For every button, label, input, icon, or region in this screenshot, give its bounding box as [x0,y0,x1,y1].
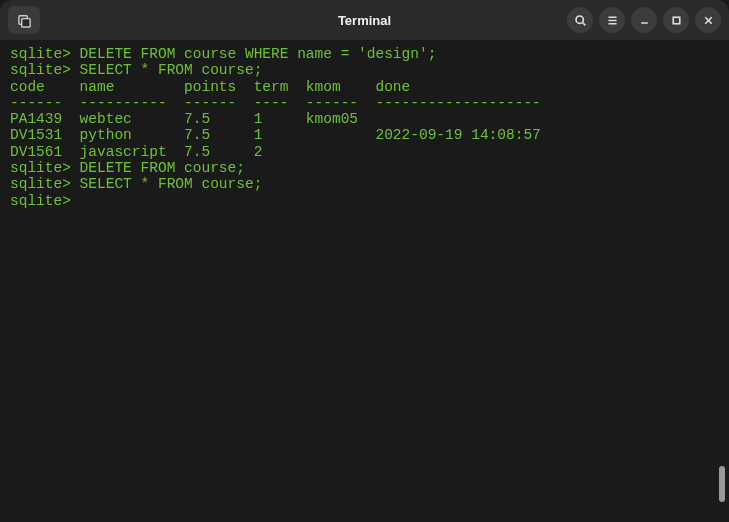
titlebar-right [567,7,721,33]
terminal-line: sqlite> SELECT * FROM course; [10,62,262,78]
svg-line-3 [582,22,585,25]
terminal-line: sqlite> [10,193,80,209]
minimize-icon [638,14,651,27]
scrollbar-thumb[interactable] [719,466,725,502]
terminal-line: code name points term kmom done [10,79,410,95]
titlebar: Terminal [0,0,729,40]
terminal-line: PA1439 webtec 7.5 1 kmom05 [10,111,358,127]
terminal-line: sqlite> DELETE FROM course WHERE name = … [10,46,436,62]
terminal-output[interactable]: sqlite> DELETE FROM course WHERE name = … [0,40,729,215]
close-button[interactable] [695,7,721,33]
maximize-icon [670,14,683,27]
search-button[interactable] [567,7,593,33]
close-icon [702,14,715,27]
maximize-button[interactable] [663,7,689,33]
new-tab-icon [17,13,32,28]
new-tab-button[interactable] [8,6,40,34]
terminal-line: DV1531 python 7.5 1 2022-09-19 14:08:57 [10,127,541,143]
terminal-line: DV1561 javascript 7.5 2 [10,144,262,160]
terminal-line: sqlite> DELETE FROM course; [10,160,245,176]
hamburger-icon [606,14,619,27]
menu-button[interactable] [599,7,625,33]
svg-rect-1 [21,18,29,26]
search-icon [574,14,587,27]
terminal-line: ------ ---------- ------ ---- ------ ---… [10,95,541,111]
svg-point-2 [576,16,583,23]
minimize-button[interactable] [631,7,657,33]
terminal-line: sqlite> SELECT * FROM course; [10,176,262,192]
titlebar-left [8,6,40,34]
svg-rect-8 [673,17,680,24]
window-title: Terminal [338,13,391,28]
